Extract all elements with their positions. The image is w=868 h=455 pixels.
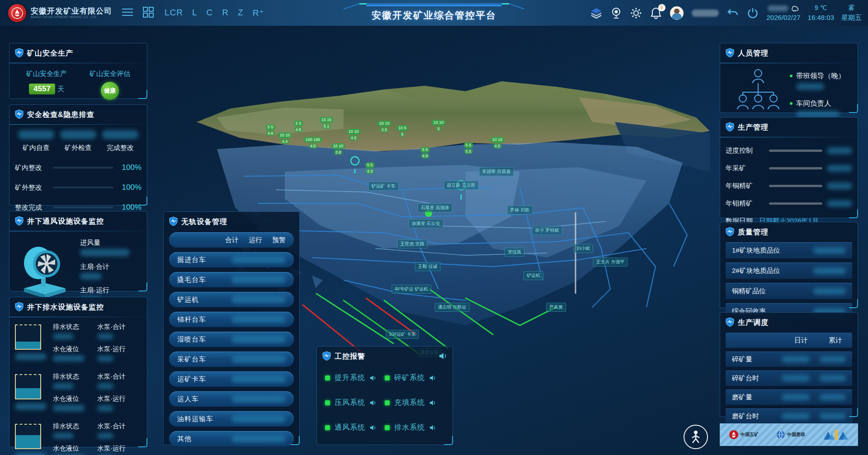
company-name-en: ANHUI DEVELOPMENT MINING CO. LTD	[31, 15, 112, 19]
map-label[interactable]: 赵立新 王义胜	[444, 181, 479, 190]
panel-industrial-alarm: 工控报警 提升系统 碎矿系统 压风系统 充填系统 通风系统 排水系统	[316, 346, 453, 445]
trackless-equipment-row[interactable]: 运人车	[169, 391, 294, 407]
status-green-indicator	[385, 375, 390, 380]
map-value-badge[interactable]: 5 5 4.3	[365, 162, 375, 174]
alarm-system-item[interactable]: 排水系统	[385, 423, 444, 432]
user-avatar[interactable]	[670, 6, 684, 20]
map-value-badge[interactable]: 10 10 2.5	[377, 121, 392, 132]
map-label[interactable]: 罗林 刘欢	[507, 206, 533, 215]
alarm-system-item[interactable]: 充填系统	[385, 398, 444, 408]
alarm-system-item[interactable]: 提升系统	[325, 373, 385, 383]
trackless-equipment-row[interactable]: 撬毛台车	[169, 272, 294, 287]
quality-row[interactable]: 1#矿块地质品位	[726, 242, 852, 258]
badge-bottom-value: 4.3	[366, 169, 374, 174]
camera-icon[interactable]	[610, 7, 622, 19]
map-label[interactable]: 宋佳高	[505, 248, 524, 257]
map-label[interactable]: 铲运机	[524, 271, 543, 280]
redacted-value	[97, 433, 113, 439]
speaker-icon[interactable]	[370, 425, 376, 431]
redacted-value	[15, 353, 47, 360]
alarm-system-label: 提升系统	[335, 373, 365, 383]
redacted-value	[796, 111, 840, 117]
map-value-badge[interactable]: 10 10 4.4	[278, 132, 292, 144]
map-value-badge[interactable]: 5 5 4.6	[266, 124, 275, 136]
map-value-badge[interactable]: 5 5 4.5	[294, 121, 303, 132]
speaker-icon[interactable]	[439, 352, 447, 361]
view-btn-lcr[interactable]: LCR	[165, 8, 183, 18]
speaker-icon[interactable]	[429, 375, 436, 381]
trackless-equipment-row[interactable]: 锚杆台车	[169, 312, 294, 327]
map-label[interactable]: 余小 罗特斌	[532, 226, 562, 235]
view-btn-r[interactable]: R	[222, 8, 229, 18]
pedestrian-icon	[689, 430, 703, 444]
quality-row[interactable]: 铜精矿品位	[726, 283, 852, 299]
trackless-equipment-row[interactable]: 油料运输车	[169, 411, 294, 427]
dispatch-row[interactable]: 磨矿量	[726, 389, 852, 405]
dispatch-row[interactable]: 磨矿台时	[726, 408, 852, 424]
drain-label: 水泵·运行	[97, 394, 142, 403]
speaker-icon[interactable]	[370, 400, 376, 406]
quality-row[interactable]: 2#矿块地质品位	[726, 263, 852, 279]
map-value-badge[interactable]: 5 5 4.9	[420, 147, 430, 159]
menu-icon[interactable]	[122, 8, 133, 18]
trackless-equipment-row[interactable]: 采矿台车	[169, 352, 294, 367]
map-label[interactable]: 王世杰 文路	[397, 239, 428, 249]
col-daily: 日计	[794, 336, 808, 345]
map-value-badge[interactable]: 15 15 5.1	[320, 117, 334, 129]
trackless-equipment-row[interactable]: 掘进台车	[169, 252, 294, 267]
dispatch-row[interactable]: 碎矿量	[726, 352, 852, 367]
drain-label: 水仓液位	[53, 345, 97, 353]
map-value-badge[interactable]: 10 10 4.5	[347, 129, 361, 141]
quality-label: 铜精矿品位	[732, 287, 766, 296]
map-value-badge[interactable]: 10 10 3.8	[331, 143, 345, 155]
safety-eval-stat: 矿山安全评估 健康	[90, 70, 130, 100]
layers-icon[interactable]	[590, 7, 602, 19]
settings-gear-icon[interactable]	[630, 7, 642, 19]
speaker-icon[interactable]	[429, 400, 436, 406]
view-btn-c[interactable]: C	[207, 8, 213, 18]
inspection-stat: 矿外检查	[59, 130, 98, 152]
alarm-system-item[interactable]: 通风系统	[325, 423, 385, 432]
grid-layout-icon[interactable]	[143, 7, 154, 19]
map-label[interactable]: 王文兵 方强平	[593, 258, 628, 267]
equipment-label: 运矿卡车	[177, 375, 206, 384]
trackless-equipment-row[interactable]: 铲运机	[169, 292, 294, 307]
map-label[interactable]: 石厚星 高强涛	[418, 203, 453, 212]
dispatch-row[interactable]: 碎矿台时	[726, 371, 852, 386]
map-label[interactable]: 涂溪变 石云安	[409, 219, 443, 228]
alarm-system-item[interactable]: 压风系统	[325, 398, 385, 408]
map-label[interactable]: 常团琴 吕双喜	[479, 167, 514, 176]
trackless-equipment-row[interactable]: 其他	[169, 431, 294, 446]
map-label[interactable]: 铲运矿 卡车	[368, 182, 399, 191]
map-label[interactable]: 10#运矿 卡车	[386, 330, 419, 339]
view-btn-r-plus[interactable]: R⁺	[253, 8, 264, 18]
trackless-equipment-row[interactable]: 湿喷台车	[169, 332, 294, 347]
map-label[interactable]: 潘志明 任斯征	[435, 303, 470, 312]
map-value-badge[interactable]: 10 5 5	[396, 125, 408, 137]
water-tank-graphic	[15, 323, 47, 367]
redacted-value	[60, 130, 96, 139]
trackless-equipment-row[interactable]: 运矿卡车	[169, 371, 294, 387]
map-value-badge[interactable]: 5 5 5.5	[464, 142, 473, 154]
speaker-icon[interactable]	[370, 375, 376, 381]
map-label[interactable]: 王毅 佳诚	[415, 262, 441, 271]
badge-top-value: 10 10	[491, 137, 505, 143]
speaker-icon[interactable]	[429, 425, 436, 431]
map-label[interactable]: 刘小斌	[573, 244, 593, 253]
map-value-badge[interactable]: 10 10 4.5	[491, 137, 505, 149]
map-value-badge[interactable]: 100 195 4.5	[304, 137, 322, 149]
view-btn-l[interactable]: L	[192, 8, 198, 18]
map-value-badge[interactable]: 10 10 5	[432, 120, 446, 131]
redacted-daily-value	[782, 413, 810, 419]
view-btn-z[interactable]: Z	[238, 8, 244, 18]
undo-icon[interactable]	[727, 7, 739, 19]
notification-bell-icon[interactable]: 0	[650, 7, 662, 19]
map-label[interactable]: 4#号铲运 铲运机	[392, 285, 431, 294]
power-icon[interactable]	[747, 7, 759, 19]
map-label[interactable]: 尹高黄	[546, 303, 566, 312]
panel-safety-inspection: 安全检查&隐患排查 矿内自查 矿外检查 完成整改 矿内整改 100% 矿外整改 …	[9, 104, 147, 206]
alarm-system-item[interactable]: 碎矿系统	[385, 373, 444, 383]
drain-label: 排水状态	[53, 422, 97, 431]
pedestrian-mode-button[interactable]	[684, 425, 708, 449]
badge-bottom-value: 4.5	[309, 143, 317, 149]
